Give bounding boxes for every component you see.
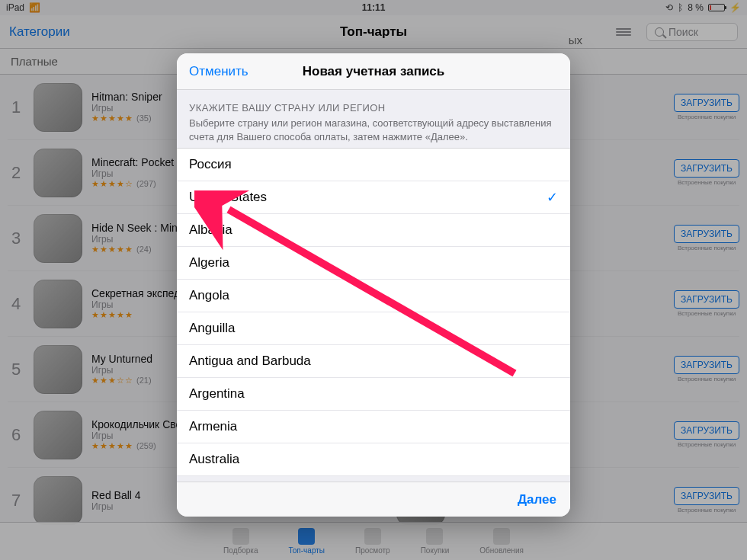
new-account-modal: Отменить Новая учетная запись УКАЖИТЕ ВА… [177,53,570,517]
country-name: Argentina [189,386,245,402]
country-list: РоссияUnited States✓AlbaniaAlgeriaAngola… [177,148,570,476]
country-item[interactable]: Algeria [177,247,570,280]
modal-body: УКАЖИТЕ ВАШУ СТРАНУ ИЛИ РЕГИОН Выберите … [177,90,570,482]
country-name: United States [189,190,267,205]
modal-header: Отменить Новая учетная запись [177,53,570,90]
country-name: Australia [189,452,239,467]
next-button[interactable]: Далее [518,492,556,507]
country-item[interactable]: Armenia [177,411,570,443]
checkmark-icon: ✓ [547,189,558,206]
country-name: Algeria [189,255,229,270]
cancel-button[interactable]: Отменить [189,64,248,79]
country-name: Россия [189,157,232,172]
modal-title: Новая учетная запись [303,64,445,79]
country-item[interactable]: Anguilla [177,312,570,345]
country-name: Angola [189,288,229,303]
country-name: Antigua and Barbuda [189,354,311,369]
section-description: Выберите страну или регион магазина, соо… [189,117,558,143]
country-item[interactable]: United States✓ [177,181,570,214]
country-item[interactable]: Australia [177,443,570,476]
country-name: Armenia [189,419,237,434]
country-section-header: УКАЖИТЕ ВАШУ СТРАНУ ИЛИ РЕГИОН Выберите … [177,90,570,148]
country-item[interactable]: Россия [177,149,570,181]
country-name: Albania [189,222,232,238]
country-item[interactable]: Antigua and Barbuda [177,345,570,378]
country-name: Anguilla [189,321,236,336]
country-item[interactable]: Angola [177,280,570,312]
modal-footer: Далее [177,482,570,517]
section-caption: УКАЖИТЕ ВАШУ СТРАНУ ИЛИ РЕГИОН [189,102,558,114]
country-item[interactable]: Albania [177,214,570,247]
country-item[interactable]: Argentina [177,378,570,411]
